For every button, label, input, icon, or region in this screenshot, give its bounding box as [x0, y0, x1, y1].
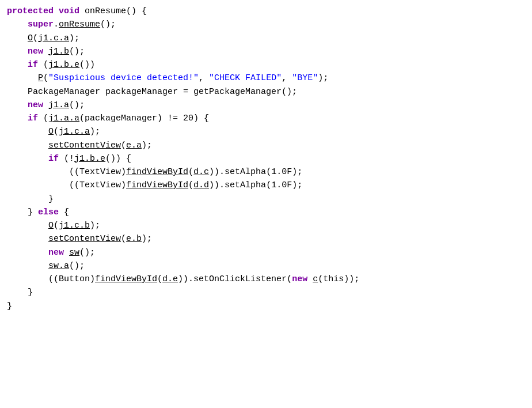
ref-j1be: j1.b.e [48, 60, 79, 70]
keyword-new-1: new [28, 47, 43, 56]
keyword-protected: protected [7, 6, 54, 16]
method-findviewbyid-2: findViewById [126, 180, 188, 190]
ref-dc: d.c [193, 167, 209, 177]
code-line-15: } [7, 192, 525, 206]
ref-j1ca-1: j1.c.a [38, 33, 69, 43]
ref-j1a: j1.a [48, 100, 69, 110]
ref-eb: e.b [126, 234, 142, 244]
code-line-8: new j1.a(); [7, 99, 525, 112]
keyword-void: void [59, 6, 79, 16]
ref-j1ca-2: j1.c.a [59, 127, 90, 137]
keyword-new-3: new [48, 248, 64, 258]
method-O-3: O [48, 221, 54, 231]
ref-j1aa: j1.a.a [48, 114, 79, 123]
code-line-3: O(j1.c.a); [7, 32, 525, 45]
code-container: protected void onResume() { super.onResu… [0, 0, 532, 408]
code-line-2: super.onResume(); [7, 18, 525, 31]
keyword-if-1: if [28, 60, 38, 70]
ref-swa: sw.a [48, 261, 69, 271]
code-line-18: setContentView(e.b); [7, 232, 525, 245]
code-line-14: ((TextView)findViewById(d.d)).setAlpha(1… [7, 179, 525, 192]
code-line-13: ((TextView)findViewById(d.c)).setAlpha(1… [7, 165, 525, 179]
keyword-if-2: if [28, 114, 38, 123]
code-line-16: } else { [7, 206, 525, 219]
ref-ea: e.a [126, 141, 142, 150]
method-setcontentview-2: setContentView [48, 234, 121, 244]
method-P: P [38, 73, 43, 83]
code-line-19: new sw(); [7, 246, 525, 259]
code-line-7: PackageManager packageManager = getPacka… [7, 85, 525, 99]
ref-j1cb: j1.c.b [59, 221, 90, 231]
ref-j1b: j1.b [48, 47, 69, 56]
keyword-else: else [38, 207, 59, 217]
method-O-2: O [48, 127, 54, 137]
code-line-10: O(j1.c.a); [7, 125, 525, 138]
ref-dd: d.d [193, 180, 209, 190]
code-line-12: if (!j1.b.e()) { [7, 152, 525, 165]
code-line-1: protected void onResume() { [7, 5, 525, 18]
code-line-20: sw.a(); [7, 259, 525, 273]
method-O: O [28, 33, 33, 43]
keyword-if-3: if [48, 154, 59, 164]
code-line-23: } [7, 300, 525, 313]
method-findviewbyid-3: findViewById [95, 274, 157, 284]
code-line-17: O(j1.c.b); [7, 219, 525, 232]
code-line-22: } [7, 286, 525, 299]
ref-c: c [313, 274, 318, 284]
method-findviewbyid-1: findViewById [126, 167, 188, 177]
keyword-new-2: new [28, 100, 43, 110]
keyword-super: super [28, 20, 54, 29]
ref-de: d.e [162, 274, 178, 284]
code-line-11: setContentView(e.a); [7, 139, 525, 152]
string-check-failed: "CHECK FAILED" [209, 73, 282, 83]
method-setcontentview-1: setContentView [48, 141, 121, 150]
code-line-5: if (j1.b.e()) [7, 58, 525, 71]
code-line-4: new j1.b(); [7, 45, 525, 58]
code-line-9: if (j1.a.a(packageManager) != 20) { [7, 112, 525, 125]
method-onresume: onResume [59, 20, 100, 29]
ref-sw: sw [69, 248, 79, 258]
keyword-new-4: new [292, 274, 307, 284]
code-line-21: ((Button)findViewById(d.e)).setOnClickLi… [7, 273, 525, 286]
string-bye: "BYE" [292, 73, 318, 83]
ref-j1be-2: j1.b.e [74, 154, 105, 164]
string-suspicious: "Suspicious device detected!" [48, 73, 199, 83]
code-line-6: P("Suspicious device detected!", "CHECK … [7, 71, 525, 85]
